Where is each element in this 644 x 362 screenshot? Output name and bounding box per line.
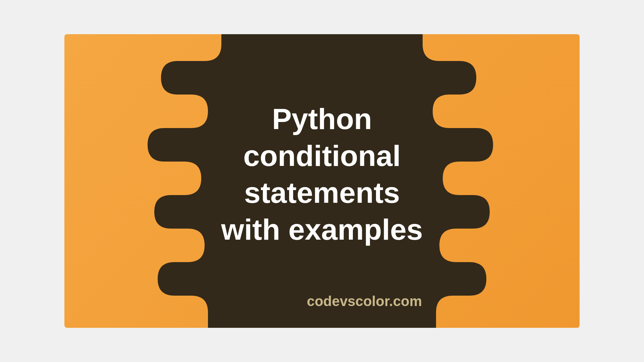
title-line-4: with examples bbox=[221, 211, 423, 248]
banner-card: Python conditional statements with examp… bbox=[64, 34, 580, 328]
banner-title: Python conditional statements with examp… bbox=[221, 101, 423, 248]
content-wrapper: Python conditional statements with examp… bbox=[64, 34, 580, 328]
title-line-3: statements bbox=[221, 174, 423, 211]
title-line-2: conditional bbox=[221, 137, 423, 174]
title-line-1: Python bbox=[221, 101, 423, 137]
website-label: codevscolor.com bbox=[307, 293, 422, 309]
